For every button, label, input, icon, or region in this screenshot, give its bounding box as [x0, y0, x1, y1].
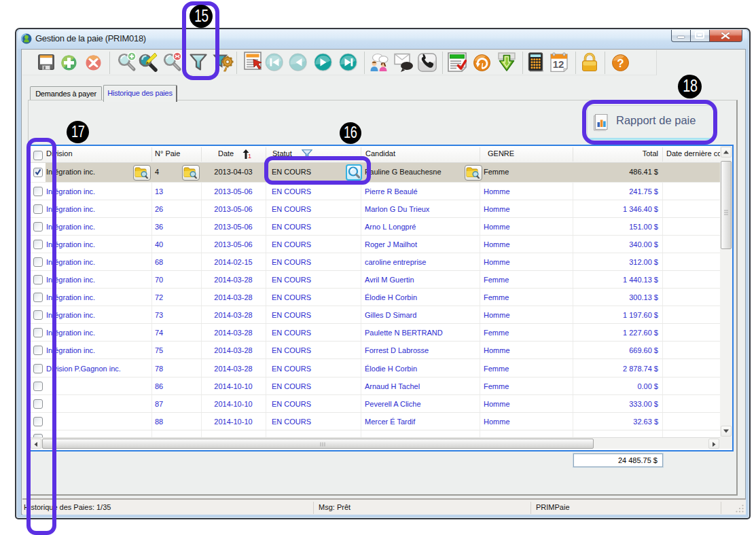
- svg-text:12: 12: [553, 58, 564, 70]
- svg-text:1: 1: [248, 153, 251, 160]
- svg-text:?: ?: [617, 57, 624, 70]
